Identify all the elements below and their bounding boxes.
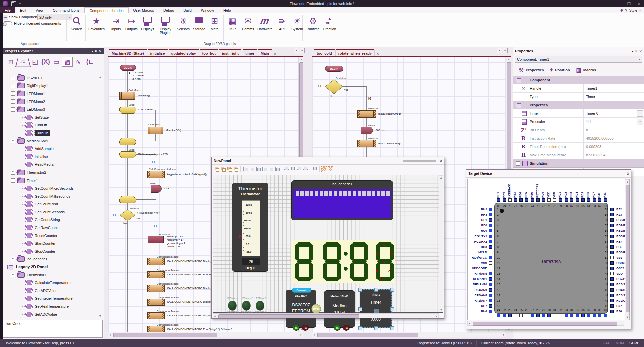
tab-scroll-right-icon[interactable]: ▸	[300, 48, 305, 53]
pin-29[interactable]	[542, 314, 545, 317]
ribbon-button-inputs[interactable]: ⇥Inputs	[108, 15, 124, 31]
flow-collapse-icon[interactable]: [-]	[154, 224, 157, 227]
tab-scroll-left-icon[interactable]: ◂	[294, 48, 299, 53]
expand-all-icon[interactable]: ⊞	[6, 57, 16, 66]
pin-17[interactable]	[489, 294, 492, 297]
pin-76[interactable]	[519, 198, 523, 202]
close-window-icon[interactable]: ×	[627, 172, 629, 176]
tree-item-addsample[interactable]: AddSample	[3, 145, 103, 153]
bring-forward-icon[interactable]	[227, 166, 232, 172]
pin-45[interactable]	[610, 288, 614, 292]
tree-item-getrawcount[interactable]: GetRawCount	[3, 224, 103, 232]
section-collapse-icon[interactable]: −	[516, 161, 520, 166]
minimize-button[interactable]: ─	[614, 0, 624, 7]
right-editor-hscrollbar[interactable]: ◂ ▸	[312, 332, 506, 337]
flow-call-macro[interactable]	[148, 127, 163, 134]
pin-18[interactable]	[489, 299, 492, 302]
ribbon-button-storage[interactable]: Storage	[191, 15, 207, 31]
menu-item-view[interactable]: View	[31, 7, 48, 13]
selection-handle[interactable]	[390, 326, 394, 330]
pin-13[interactable]	[489, 272, 492, 275]
pin-40[interactable]	[604, 314, 607, 317]
distribute-horizontal-icon[interactable]	[284, 166, 289, 172]
selection-handle[interactable]	[374, 326, 378, 330]
space-down-icon[interactable]	[303, 166, 308, 172]
menu-item-edit[interactable]: Edit	[15, 7, 31, 13]
pin-22[interactable]	[503, 314, 506, 317]
ribbon-button-displays[interactable]: Displays	[139, 15, 156, 31]
pin-59[interactable]	[610, 213, 614, 216]
flow-loop-start[interactable]	[119, 107, 136, 114]
panels-icon[interactable]: ◱	[30, 57, 40, 66]
pin-64[interactable]	[587, 198, 590, 202]
send-backward-icon[interactable]	[220, 166, 226, 172]
dropdown-arrow-icon[interactable]: ▾	[637, 119, 643, 125]
tree-item-initialise[interactable]: Initialise	[3, 153, 103, 161]
pin-62[interactable]	[598, 198, 601, 202]
align-right-icon[interactable]	[255, 166, 261, 172]
ribbon-button-dsp[interactable]: ▦DSP	[225, 15, 240, 31]
pin-9[interactable]	[489, 251, 492, 254]
properties-section-properties[interactable]: Properties	[513, 101, 644, 109]
tx-port[interactable]: TX	[293, 325, 300, 331]
event-icon[interactable]: ⟨E	[84, 57, 94, 66]
pin-12[interactable]	[489, 267, 492, 270]
properties-tab-properties[interactable]: ⚒Properties	[519, 67, 544, 74]
pin-75[interactable]	[525, 198, 528, 202]
align-bottom-icon[interactable]	[274, 166, 280, 172]
pin-65[interactable]	[581, 198, 585, 202]
hide-unlicensed-toggle[interactable]	[3, 21, 12, 26]
flow-collapse-icon[interactable]: [-]	[152, 115, 154, 118]
pin-30[interactable]	[547, 314, 551, 317]
ribbon-button-runtime[interactable]: ⚙Runtime	[305, 15, 321, 31]
flow-begin[interactable]: BEGIN	[325, 66, 343, 72]
property-row-bit-depth[interactable]: Z+Bit Depth8	[513, 126, 644, 134]
style-button[interactable]: Style	[629, 8, 637, 12]
led-component-1[interactable]	[228, 301, 237, 311]
tree-item-getcountstring[interactable]: GetCountString	[3, 216, 103, 224]
menu-item-build[interactable]: Build	[179, 7, 196, 13]
pin-66[interactable]	[576, 198, 579, 202]
pin-10[interactable]	[489, 256, 492, 259]
space-across-icon[interactable]	[296, 166, 302, 172]
menu-item-window[interactable]: Window	[196, 7, 219, 13]
pin-72[interactable]	[542, 198, 545, 202]
flow-loop-end[interactable]	[119, 196, 136, 203]
flow-collapse-icon[interactable]: [-]	[152, 160, 155, 163]
pin-44[interactable]	[610, 294, 614, 297]
pin-42[interactable]	[610, 304, 614, 308]
pin-61[interactable]	[604, 198, 607, 202]
tree-item-setstate[interactable]: SetState	[3, 113, 103, 121]
tree-item-getcountreal[interactable]: GetCountReal	[3, 200, 103, 208]
pin-33[interactable]	[565, 314, 568, 317]
pin-49[interactable]	[610, 267, 614, 270]
tree-item-stopcounter[interactable]: StopCounter	[3, 247, 103, 255]
rx-port[interactable]: RX	[343, 325, 350, 331]
tree-item-lcd_generic1[interactable]: +lcd_generic1	[3, 255, 103, 263]
tree-item-ledmono2[interactable]: +LEDMono2	[3, 98, 103, 106]
tree-item-ledmono1[interactable]: +LEDMono1	[3, 90, 103, 98]
properties-section-component[interactable]: Component	[513, 76, 644, 84]
properties-tab-position[interactable]: ⌖Position	[550, 67, 570, 73]
tree-item-setadcvalue[interactable]: SetADCValue	[3, 310, 103, 318]
rx-port[interactable]: RX	[302, 325, 309, 331]
ds28e07-component[interactable]: ConsoleDS28E07DS28E07EEPROM1WireTXRX	[286, 290, 316, 328]
property-row-handle[interactable]: ⚒HandleTimer1	[513, 84, 644, 93]
tree-item-readmedian[interactable]: ReadMedian	[3, 161, 103, 169]
pin-25[interactable]	[519, 314, 523, 317]
selection-handle[interactable]	[358, 288, 362, 292]
wave-icon[interactable]: ∿	[73, 57, 84, 66]
ribbon-button-search[interactable]: Search	[69, 15, 84, 31]
pin-38[interactable]	[593, 314, 596, 317]
resize-height-icon[interactable]	[328, 166, 333, 172]
pin-3[interactable]	[489, 218, 492, 222]
align-middle-icon[interactable]	[268, 166, 274, 172]
align-top-icon[interactable]	[262, 166, 267, 172]
flow-collapse-icon[interactable]: [-]	[318, 84, 321, 87]
lcd-display-component[interactable]: lcd_generic1	[291, 180, 393, 220]
pin-2[interactable]	[489, 213, 492, 216]
ribbon-button-api[interactable]: API	[274, 15, 289, 31]
pin-31[interactable]	[553, 314, 556, 317]
property-row-prescaler[interactable]: Prescaler1:1▾	[513, 118, 644, 126]
maximize-button[interactable]: ❐	[624, 0, 634, 7]
